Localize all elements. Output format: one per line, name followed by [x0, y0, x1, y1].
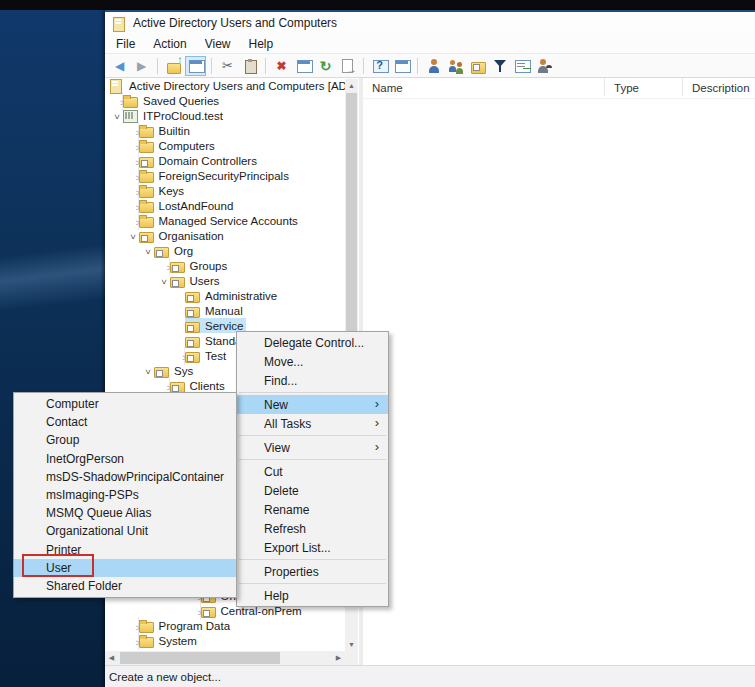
tree-item[interactable]: Org	[105, 243, 345, 258]
tree-item[interactable]: Managed Service Accounts	[105, 213, 345, 228]
context-menu-item-properties[interactable]: Properties	[237, 562, 388, 581]
tree-item-label: Keys	[158, 185, 185, 197]
expand-arrow-icon[interactable]	[158, 257, 170, 275]
submenu-item-group[interactable]: Group	[14, 431, 236, 449]
expand-arrow-icon[interactable]	[189, 602, 201, 620]
new-group-button[interactable]	[445, 56, 466, 76]
tree-item[interactable]: Users	[105, 273, 345, 288]
menu-item-label: Refresh	[264, 522, 306, 536]
expand-arrow-icon[interactable]	[127, 632, 139, 650]
ou-icon	[185, 334, 200, 347]
tree-item[interactable]: Program Data	[105, 618, 345, 633]
menu-help[interactable]: Help	[240, 35, 283, 53]
tree-item[interactable]: Organisation	[105, 228, 345, 243]
refresh-button[interactable]	[315, 56, 336, 76]
tree-item[interactable]: Groups	[105, 258, 345, 273]
forward-button[interactable]	[131, 56, 152, 76]
properties-window-button[interactable]	[293, 56, 314, 76]
column-header-description[interactable]: Description	[683, 78, 755, 96]
submenu-item-computer[interactable]: Computer	[14, 395, 236, 413]
toolbar	[105, 54, 755, 78]
expand-arrow-icon[interactable]	[127, 212, 139, 230]
horizontal-scroll-thumb[interactable]	[120, 652, 280, 664]
menu-view[interactable]: View	[196, 35, 240, 53]
collapse-arrow-icon[interactable]	[142, 245, 154, 257]
menu-item-label: Find...	[264, 374, 297, 388]
menu-file[interactable]: File	[107, 35, 144, 53]
help-button[interactable]	[369, 56, 390, 76]
tree-item[interactable]: Administrative	[105, 288, 345, 303]
console-window-button[interactable]	[391, 56, 412, 76]
submenu-item-contact[interactable]: Contact	[14, 413, 236, 431]
export-list-button[interactable]	[337, 56, 358, 76]
submenu-item-msmq-queue-alias[interactable]: MSMQ Queue Alias	[14, 504, 236, 522]
tree-item[interactable]: Domain Controllers	[105, 153, 345, 168]
context-menu-item-move[interactable]: Move...	[237, 352, 388, 371]
tree-item-label: Builtin	[158, 125, 190, 137]
context-menu-item-delegate-control[interactable]: Delegate Control...	[237, 333, 388, 352]
up-one-level-button[interactable]	[163, 56, 184, 76]
scroll-right-icon[interactable]	[332, 651, 345, 665]
collapse-arrow-icon[interactable]	[111, 110, 123, 122]
cut-button[interactable]	[217, 56, 238, 76]
scroll-up-icon[interactable]	[345, 79, 358, 92]
tree-item-label: Manual	[204, 305, 243, 317]
filter-options-window-button[interactable]	[511, 56, 532, 76]
tree-item-label: Users	[189, 275, 220, 287]
tree-item[interactable]: Active Directory Users and Computers [AD…	[105, 78, 345, 93]
title-bar[interactable]: Active Directory Users and Computers	[105, 12, 755, 34]
column-header-name[interactable]: Name	[363, 78, 605, 96]
submenu-item-inetorgperson[interactable]: InetOrgPerson	[14, 450, 236, 468]
tree-item[interactable]: Manual	[105, 303, 345, 318]
scroll-left-icon[interactable]	[105, 651, 118, 665]
special-permissions-button[interactable]	[533, 56, 554, 76]
twisty-spacer	[173, 290, 185, 302]
submenu-item-msimaging-psps[interactable]: msImaging-PSPs	[14, 486, 236, 504]
tree-item[interactable]: ITProCloud.test	[105, 108, 345, 123]
object-list-panel: NameTypeDescription	[363, 78, 755, 665]
tree-horizontal-scrollbar[interactable]	[105, 651, 345, 665]
context-menu-item-refresh[interactable]: Refresh	[237, 519, 388, 538]
new-ou-button[interactable]	[467, 56, 488, 76]
delete-button[interactable]	[271, 56, 292, 76]
new-user-button[interactable]	[423, 56, 444, 76]
collapse-arrow-icon[interactable]	[127, 230, 139, 242]
show-console-tree-button[interactable]	[185, 56, 206, 76]
tree-item[interactable]: ForeignSecurityPrincipals	[105, 168, 345, 183]
tree-item[interactable]: LostAndFound	[105, 198, 345, 213]
submenu-item-msds-shadowprincipalcontainer[interactable]: msDS-ShadowPrincipalContainer	[14, 468, 236, 486]
context-menu-item-view[interactable]: View	[237, 438, 388, 457]
collapse-arrow-icon[interactable]	[158, 275, 170, 287]
context-menu-item-find[interactable]: Find...	[237, 371, 388, 390]
folder-icon	[139, 124, 154, 137]
context-menu-item-export-list[interactable]: Export List...	[237, 538, 388, 557]
expand-arrow-icon[interactable]	[173, 347, 185, 365]
context-menu-item-rename[interactable]: Rename	[237, 500, 388, 519]
tree-item[interactable]: Keys	[105, 183, 345, 198]
forward-icon	[134, 58, 150, 74]
back-button[interactable]	[109, 56, 130, 76]
tree-item[interactable]: System	[105, 633, 345, 648]
expand-arrow-icon[interactable]	[111, 92, 123, 110]
paste-button[interactable]	[239, 56, 260, 76]
column-header-type[interactable]: Type	[605, 78, 683, 96]
new-group-icon	[448, 58, 464, 74]
context-menu-item-help[interactable]: Help	[237, 586, 388, 605]
context-menu-item-new[interactable]: New	[237, 395, 388, 414]
tree-item[interactable]: Saved Queries	[105, 93, 345, 108]
context-menu-item-delete[interactable]: Delete	[237, 481, 388, 500]
filter-button[interactable]	[489, 56, 510, 76]
menu-action[interactable]: Action	[144, 35, 195, 53]
scroll-down-icon[interactable]	[345, 638, 358, 651]
collapse-arrow-icon[interactable]	[142, 365, 154, 377]
tree-item-label: Test	[204, 350, 226, 362]
tree-item[interactable]: Computers	[105, 138, 345, 153]
context-menu-item-all-tasks[interactable]: All Tasks	[237, 414, 388, 433]
context-menu-item-cut[interactable]: Cut	[237, 462, 388, 481]
submenu-item-shared-folder[interactable]: Shared Folder	[14, 577, 236, 595]
tree-item[interactable]: Builtin	[105, 123, 345, 138]
folder-icon	[139, 199, 154, 212]
desktop: Active Directory Users and Computers Fil…	[0, 0, 755, 687]
menu-item-label: Cut	[264, 465, 283, 479]
submenu-item-organizational-unit[interactable]: Organizational Unit	[14, 522, 236, 540]
